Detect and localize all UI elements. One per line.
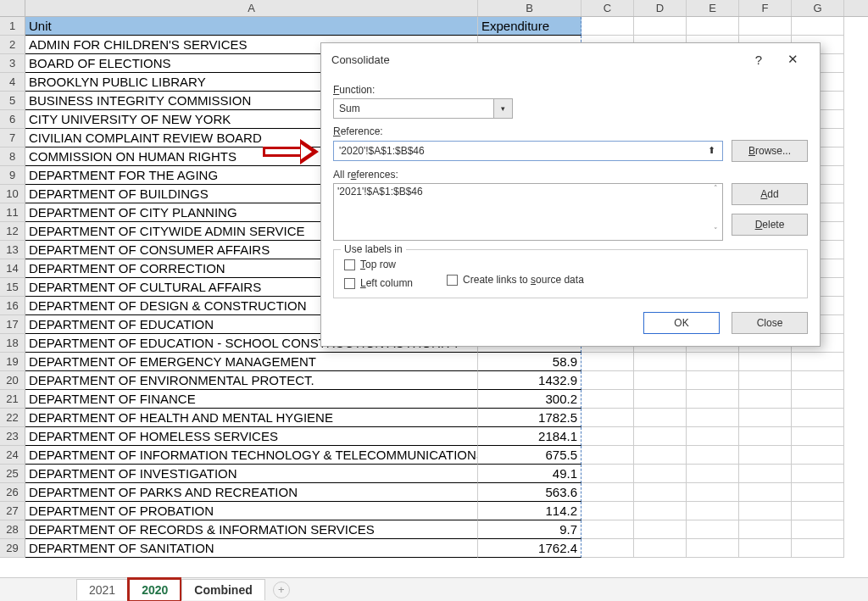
- row-header[interactable]: 20: [0, 371, 25, 390]
- cell-empty[interactable]: [687, 17, 739, 36]
- row-header[interactable]: 9: [0, 166, 25, 185]
- cell-empty[interactable]: [792, 409, 844, 427]
- browse-button[interactable]: Browse...: [732, 140, 808, 162]
- cell-empty[interactable]: [581, 353, 634, 371]
- cell-empty[interactable]: [739, 520, 792, 539]
- cell-empty[interactable]: [792, 520, 844, 539]
- cell-empty[interactable]: [739, 371, 792, 390]
- row-header[interactable]: 21: [0, 390, 25, 409]
- collapse-dialog-icon[interactable]: ⬆: [705, 145, 717, 157]
- cell-empty[interactable]: [581, 446, 634, 465]
- cell-empty[interactable]: [739, 483, 792, 502]
- cell-unit[interactable]: DEPARTMENT OF HEALTH AND MENTAL HYGIENE: [25, 409, 478, 427]
- column-header-b[interactable]: B: [478, 0, 581, 16]
- cell-empty[interactable]: [634, 17, 687, 36]
- cell-empty[interactable]: [687, 371, 739, 390]
- cell-unit[interactable]: DEPARTMENT OF INVESTIGATION: [25, 465, 478, 483]
- cell-empty[interactable]: [687, 409, 739, 427]
- cell-empty[interactable]: [739, 539, 792, 558]
- cell-empty[interactable]: [581, 390, 634, 409]
- cell-empty[interactable]: [687, 520, 739, 539]
- row-header[interactable]: 25: [0, 465, 25, 483]
- row-header[interactable]: 14: [0, 259, 25, 278]
- cell-empty[interactable]: [634, 390, 687, 409]
- cell-empty[interactable]: [792, 465, 844, 483]
- cell-empty[interactable]: [687, 446, 739, 465]
- column-header-a[interactable]: A: [25, 0, 478, 16]
- column-header-f[interactable]: F: [739, 0, 792, 16]
- cell-empty[interactable]: [739, 427, 792, 446]
- cell-empty[interactable]: [792, 502, 844, 520]
- cell-expenditure[interactable]: 675.5: [478, 446, 581, 465]
- cell-empty[interactable]: [687, 465, 739, 483]
- row-header[interactable]: 2: [0, 36, 25, 54]
- close-button[interactable]: Close: [732, 312, 808, 334]
- create-links-checkbox[interactable]: Create links to source data: [447, 274, 584, 286]
- cell-empty[interactable]: [792, 17, 844, 36]
- scroll-up-icon[interactable]: ˄: [709, 184, 722, 198]
- cell-empty[interactable]: [581, 483, 634, 502]
- ok-button[interactable]: OK: [643, 312, 720, 334]
- cell-empty[interactable]: [792, 353, 844, 371]
- row-header[interactable]: 17: [0, 315, 25, 334]
- cell-empty[interactable]: [792, 446, 844, 465]
- cell-empty[interactable]: [792, 539, 844, 558]
- cell-empty[interactable]: [581, 520, 634, 539]
- row-header[interactable]: 13: [0, 241, 25, 259]
- cell-empty[interactable]: [634, 465, 687, 483]
- row-header[interactable]: 22: [0, 409, 25, 427]
- cell-empty[interactable]: [581, 17, 634, 36]
- cell-unit[interactable]: DEPARTMENT OF PARKS AND RECREATION: [25, 483, 478, 502]
- cell-empty[interactable]: [687, 483, 739, 502]
- cell-empty[interactable]: [687, 390, 739, 409]
- cell-empty[interactable]: [634, 446, 687, 465]
- row-header[interactable]: 15: [0, 278, 25, 297]
- sheet-tab-2020[interactable]: 2020: [130, 580, 180, 600]
- delete-button[interactable]: Delete: [732, 214, 808, 236]
- row-header[interactable]: 18: [0, 334, 25, 353]
- cell-empty[interactable]: [581, 502, 634, 520]
- sheet-tab-combined[interactable]: Combined: [181, 579, 264, 600]
- row-header[interactable]: 11: [0, 203, 25, 222]
- cell-unit[interactable]: DEPARTMENT OF HOMELESS SERVICES: [25, 427, 478, 446]
- cell-empty[interactable]: [792, 371, 844, 390]
- dialog-close-button[interactable]: ✕: [776, 52, 810, 67]
- cell-empty[interactable]: [792, 390, 844, 409]
- reference-item[interactable]: '2021'!$A$1:$B$46: [337, 186, 719, 198]
- cell-empty[interactable]: [634, 427, 687, 446]
- cell-empty[interactable]: [739, 502, 792, 520]
- row-header[interactable]: 24: [0, 446, 25, 465]
- top-row-checkbox[interactable]: Top row: [344, 259, 413, 270]
- row-header[interactable]: 4: [0, 73, 25, 92]
- cell-unit[interactable]: DEPARTMENT OF SANITATION: [25, 539, 478, 558]
- cell-empty[interactable]: [739, 353, 792, 371]
- cell-empty[interactable]: [687, 502, 739, 520]
- cell-unit[interactable]: DEPARTMENT OF FINANCE: [25, 390, 478, 409]
- cell-empty[interactable]: [687, 427, 739, 446]
- cell-empty[interactable]: [634, 371, 687, 390]
- cell-expenditure[interactable]: 563.6: [478, 483, 581, 502]
- reference-input[interactable]: '2020'!$A$1:$B$46 ⬆: [333, 141, 723, 161]
- row-header[interactable]: 19: [0, 353, 25, 371]
- row-header[interactable]: 26: [0, 483, 25, 502]
- cell-expenditure[interactable]: 9.7: [478, 520, 581, 539]
- cell-empty[interactable]: [634, 409, 687, 427]
- cell-empty[interactable]: [581, 427, 634, 446]
- row-header[interactable]: 5: [0, 92, 25, 110]
- dialog-help-button[interactable]: ?: [742, 53, 776, 67]
- row-header[interactable]: 16: [0, 297, 25, 315]
- cell-empty[interactable]: [687, 353, 739, 371]
- cell-unit[interactable]: DEPARTMENT OF INFORMATION TECHNOLOGY & T…: [25, 446, 478, 465]
- row-header[interactable]: 8: [0, 147, 25, 166]
- cell-empty[interactable]: [739, 17, 792, 36]
- row-header[interactable]: 3: [0, 54, 25, 73]
- cell-expenditure[interactable]: 58.9: [478, 353, 581, 371]
- sheet-tab-2021[interactable]: 2021: [76, 579, 128, 600]
- row-header[interactable]: 12: [0, 222, 25, 241]
- cell-empty[interactable]: [581, 409, 634, 427]
- cell-empty[interactable]: [634, 353, 687, 371]
- cell-empty[interactable]: [739, 409, 792, 427]
- row-header[interactable]: 23: [0, 427, 25, 446]
- row-header[interactable]: 1: [0, 17, 25, 36]
- cell-empty[interactable]: [739, 465, 792, 483]
